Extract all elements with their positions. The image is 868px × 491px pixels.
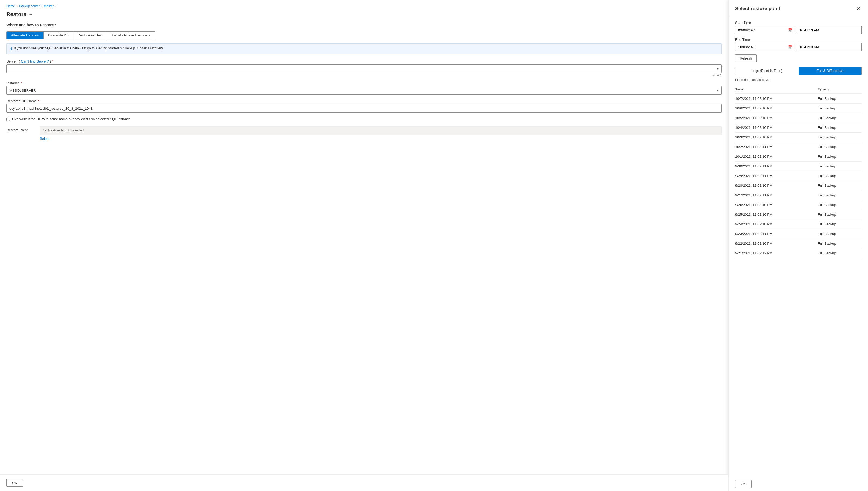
end-date-input[interactable] — [735, 43, 794, 51]
table-row[interactable]: 10/5/2021, 11:02:10 PM Full Backup — [735, 113, 862, 123]
restore-point-time: 9/26/2021, 11:02:10 PM — [735, 200, 818, 210]
table-row[interactable]: 9/29/2021, 11:02:11 PM Full Backup — [735, 171, 862, 181]
modal-header: Select restore point — [729, 0, 868, 17]
restore-point-type: Full Backup — [818, 239, 862, 249]
restore-point-time: 10/5/2021, 11:02:10 PM — [735, 113, 818, 123]
section-header: Where and how to Restore? — [6, 23, 722, 27]
ok-button[interactable]: OK — [6, 479, 23, 487]
breadcrumb: Home › Backup center › master › — [6, 4, 722, 8]
restore-point-type: Full Backup — [818, 210, 862, 220]
restore-point-time: 9/22/2021, 11:02:10 PM — [735, 239, 818, 249]
restore-point-section: Restore Point No Restore Point Selected … — [6, 126, 722, 141]
info-message: If you don't see your SQL Server in the … — [14, 47, 164, 50]
table-row[interactable]: 9/25/2021, 11:02:10 PM Full Backup — [735, 210, 862, 220]
restore-point-type: Full Backup — [818, 142, 862, 152]
tab-full-differential[interactable]: Full & Differential — [799, 67, 862, 75]
restore-point-type: Full Backup — [818, 133, 862, 142]
modal-ok-button[interactable]: OK — [735, 480, 752, 488]
page-title: Restore — [6, 11, 26, 18]
restore-point-modal: Select restore point Start Time 📅 — [728, 0, 868, 491]
server-link-wrapper: ( — [18, 59, 20, 63]
breadcrumb-home[interactable]: Home — [6, 4, 15, 8]
table-row[interactable]: 9/27/2021, 11:02:11 PM Full Backup — [735, 191, 862, 200]
info-icon: ℹ — [10, 47, 12, 51]
modal-body: Start Time 📅 End Time 📅 — [729, 17, 868, 476]
instance-field-group: Instance * MSSQLSERVER ▼ — [6, 81, 722, 95]
table-row[interactable]: 9/28/2021, 11:02:10 PM Full Backup — [735, 181, 862, 191]
filter-info: Filtered for last 30 days — [735, 78, 862, 82]
table-row[interactable]: 9/26/2021, 11:02:10 PM Full Backup — [735, 200, 862, 210]
breadcrumb-sep-1: › — [17, 5, 18, 8]
time-column-header[interactable]: Time ↓ — [735, 85, 818, 94]
restore-point-time: 10/7/2021, 11:02:10 PM — [735, 94, 818, 104]
restore-point-type: Full Backup — [818, 152, 862, 162]
table-row[interactable]: 10/4/2021, 11:02:10 PM Full Backup — [735, 123, 862, 133]
tab-snapshot-recovery[interactable]: Snapshot-based recovery — [106, 32, 154, 39]
breadcrumb-sep-2: › — [41, 5, 42, 8]
table-row[interactable]: 9/22/2021, 11:02:10 PM Full Backup — [735, 239, 862, 249]
restored-db-required: * — [38, 99, 39, 103]
server-required: * — [52, 59, 53, 63]
restore-points-table: Time ↓ Type ↑↓ 10/7/2021, 11:02:10 PM Fu… — [735, 85, 862, 258]
modal-footer: OK — [729, 476, 868, 491]
tab-overwrite-db[interactable]: Overwrite DB — [44, 32, 73, 39]
start-time-input[interactable] — [797, 26, 862, 34]
breadcrumb-backup-center[interactable]: Backup center — [19, 4, 40, 8]
tab-restore-as-files[interactable]: Restore as files — [73, 32, 106, 39]
table-row[interactable]: 10/1/2021, 11:02:10 PM Full Backup — [735, 152, 862, 162]
restore-point-type: Full Backup — [818, 123, 862, 133]
type-column-header[interactable]: Type ↑↓ — [818, 85, 862, 94]
restore-tab-group: Alternate Location Overwrite DB Restore … — [6, 31, 155, 39]
server-paren: ) — [50, 59, 51, 63]
close-button[interactable] — [855, 5, 862, 12]
restored-db-input[interactable] — [6, 104, 722, 113]
more-options-icon[interactable]: ··· — [28, 12, 32, 17]
restore-point-time: 9/25/2021, 11:02:10 PM — [735, 210, 818, 220]
server-select[interactable] — [6, 64, 722, 73]
restore-point-type: Full Backup — [818, 200, 862, 210]
table-row[interactable]: 10/3/2021, 11:02:10 PM Full Backup — [735, 133, 862, 142]
restore-point-placeholder: No Restore Point Selected — [40, 126, 722, 135]
restore-point-time: 10/4/2021, 11:02:10 PM — [735, 123, 818, 133]
server-help-link[interactable]: Can't find Server? — [21, 59, 49, 63]
restore-point-type: Full Backup — [818, 229, 862, 239]
overwrite-checkbox-row: Overwrite if the DB with same name alrea… — [6, 117, 722, 121]
restore-point-type: Full Backup — [818, 94, 862, 104]
restore-point-select-link[interactable]: Select — [40, 137, 49, 141]
restore-point-type: Full Backup — [818, 162, 862, 171]
overwrite-checkbox[interactable] — [6, 117, 10, 121]
restore-point-time: 10/1/2021, 11:02:10 PM — [735, 152, 818, 162]
table-row[interactable]: 9/24/2021, 11:02:10 PM Full Backup — [735, 220, 862, 229]
restore-point-type: Full Backup — [818, 220, 862, 229]
table-row[interactable]: 10/2/2021, 11:02:11 PM Full Backup — [735, 142, 862, 152]
server-field-group: Server ( Can't find Server? ) * ▼ azdril… — [6, 59, 722, 77]
table-row[interactable]: 10/6/2021, 11:02:10 PM Full Backup — [735, 104, 862, 113]
tab-logs-point-in-time[interactable]: Logs (Point in Time) — [735, 67, 799, 75]
restore-point-time: 9/30/2021, 11:02:11 PM — [735, 162, 818, 171]
table-row[interactable]: 9/21/2021, 11:02:12 PM Full Backup — [735, 249, 862, 258]
restore-point-time: 9/28/2021, 11:02:10 PM — [735, 181, 818, 191]
table-row[interactable]: 9/30/2021, 11:02:11 PM Full Backup — [735, 162, 862, 171]
table-row[interactable]: 9/23/2021, 11:02:11 PM Full Backup — [735, 229, 862, 239]
restore-point-type: Full Backup — [818, 171, 862, 181]
restore-point-time: 10/3/2021, 11:02:10 PM — [735, 133, 818, 142]
instance-label: Instance — [6, 81, 20, 85]
restored-db-field-group: Restored DB Name * — [6, 99, 722, 113]
refresh-button[interactable]: Refresh — [735, 55, 757, 62]
restore-point-time: 9/21/2021, 11:02:12 PM — [735, 249, 818, 258]
restore-point-time: 10/6/2021, 11:02:10 PM — [735, 104, 818, 113]
close-icon — [856, 6, 861, 11]
restore-point-type: Full Backup — [818, 113, 862, 123]
breadcrumb-master[interactable]: master — [44, 4, 54, 8]
instance-select[interactable]: MSSQLSERVER — [6, 86, 722, 95]
table-row[interactable]: 10/7/2021, 11:02:10 PM Full Backup — [735, 94, 862, 104]
restored-db-label: Restored DB Name — [6, 99, 37, 103]
server-hint: azdrill1 — [6, 74, 722, 77]
restore-point-time: 9/23/2021, 11:02:11 PM — [735, 229, 818, 239]
type-sort-icon: ↑↓ — [828, 88, 831, 91]
end-time-label: End Time — [735, 37, 862, 41]
start-date-input[interactable] — [735, 26, 794, 34]
restore-point-type: Full Backup — [818, 104, 862, 113]
end-time-input[interactable] — [797, 43, 862, 51]
tab-alternate-location[interactable]: Alternate Location — [7, 32, 44, 39]
